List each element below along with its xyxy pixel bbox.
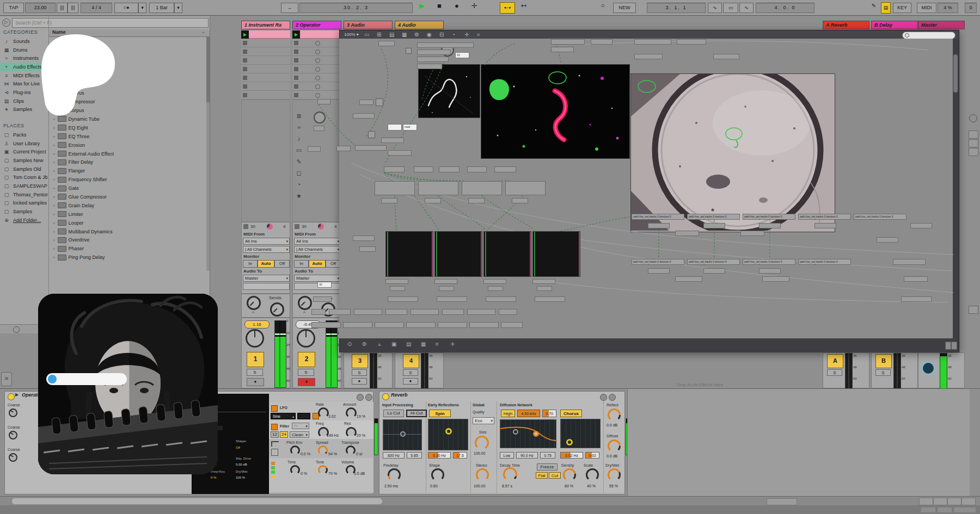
device-list-item[interactable]: ▹Phaser bbox=[49, 244, 206, 253]
overdub-button[interactable]: ✛ bbox=[467, 2, 481, 13]
clip-slot[interactable] bbox=[241, 82, 290, 91]
spin-button[interactable]: Spin bbox=[429, 410, 451, 417]
device-list-item[interactable]: ▹External Audio Effect bbox=[49, 150, 206, 158]
decay-knob[interactable] bbox=[503, 467, 517, 481]
value-shape[interactable]: 0.50 bbox=[430, 484, 438, 488]
device-list-item[interactable]: ▹Multiband Dynamics bbox=[49, 227, 206, 236]
clip-stop-button[interactable] bbox=[294, 84, 298, 89]
punch-out-button[interactable]: ∿ bbox=[739, 3, 754, 13]
disclosure-icon[interactable]: ▹ bbox=[53, 160, 56, 164]
patch-object[interactable] bbox=[353, 113, 375, 119]
comment-icon[interactable]: ▤ bbox=[406, 341, 411, 347]
solo-button[interactable]: S bbox=[247, 369, 263, 376]
tempo-field[interactable]: 23.00 bbox=[25, 3, 56, 13]
patch-object[interactable] bbox=[336, 146, 351, 151]
place-item-samples[interactable]: ▢Samples bbox=[0, 207, 48, 216]
disclosure-icon[interactable]: ▹ bbox=[53, 126, 56, 130]
arm-button[interactable]: ● bbox=[403, 378, 418, 385]
patch-object[interactable]: 33 bbox=[455, 52, 469, 58]
follow-button[interactable]: → bbox=[281, 3, 298, 13]
patch-object[interactable] bbox=[388, 296, 418, 302]
reenable-automation-button[interactable]: ↤ bbox=[517, 2, 530, 13]
presentation-icon[interactable]: ◉ bbox=[427, 32, 432, 38]
monitor-in-button[interactable]: In bbox=[294, 260, 309, 268]
patch-object[interactable] bbox=[467, 166, 487, 172]
monitor-in-button[interactable]: In bbox=[243, 260, 258, 268]
clip-stop-button[interactable] bbox=[294, 58, 298, 63]
patch-object[interactable] bbox=[388, 150, 412, 156]
grid-icon[interactable]: ▦ bbox=[421, 341, 426, 347]
clip-play-button[interactable]: ▶ bbox=[241, 30, 249, 39]
patch-object[interactable] bbox=[359, 246, 376, 252]
midi-channel-menu[interactable]: | All Channels▾ bbox=[243, 246, 290, 253]
max-search-box[interactable] bbox=[902, 32, 955, 39]
send-a-knob[interactable] bbox=[247, 296, 261, 310]
disclosure-icon[interactable]: ▹ bbox=[53, 195, 56, 199]
patch-object[interactable] bbox=[313, 296, 332, 302]
computer-midi-keyboard-button[interactable]: ▤ bbox=[881, 2, 891, 14]
shape-knob[interactable] bbox=[431, 468, 444, 481]
track-header-1[interactable]: 1 Instrument Ra bbox=[241, 21, 290, 29]
save-preset-icon[interactable] bbox=[365, 394, 372, 401]
filter-shape-menu[interactable]: ◠▾ bbox=[292, 423, 309, 429]
save-preset-icon[interactable] bbox=[609, 394, 616, 401]
chorus-dot[interactable] bbox=[566, 439, 573, 445]
value-rate[interactable]: 3.02 bbox=[328, 414, 336, 418]
device-list-item[interactable]: ▹Flanger bbox=[49, 166, 206, 175]
automation-arm-button[interactable]: ●–● bbox=[500, 2, 515, 14]
patch-toggle[interactable] bbox=[376, 98, 383, 106]
solo-button[interactable]: S bbox=[875, 369, 891, 376]
device-on-led[interactable] bbox=[382, 393, 389, 400]
monitor-off-button[interactable]: Off bbox=[274, 260, 290, 268]
patch-object[interactable] bbox=[759, 223, 781, 228]
hot-swap-icon[interactable] bbox=[600, 394, 607, 401]
value-predelay[interactable]: 2.50 ms bbox=[384, 484, 398, 488]
patch-object[interactable] bbox=[378, 41, 395, 46]
device-fold-icon[interactable]: ▶ bbox=[15, 392, 19, 397]
clip-stop-button[interactable] bbox=[243, 49, 247, 54]
audio-to-menu[interactable]: Master▾ bbox=[243, 275, 290, 282]
max-corner-button[interactable] bbox=[945, 342, 951, 350]
capture-midi-button[interactable]: ○ bbox=[597, 2, 609, 13]
patch-object[interactable] bbox=[417, 42, 474, 48]
stop-button[interactable]: ■ bbox=[432, 2, 446, 13]
rail-box[interactable] bbox=[969, 306, 978, 314]
transpose-knob[interactable] bbox=[346, 445, 356, 455]
patch-object[interactable] bbox=[759, 268, 781, 274]
timing-icon[interactable]: ◔ bbox=[295, 179, 303, 190]
clip-stop-all[interactable] bbox=[243, 224, 248, 229]
clip-slot[interactable] bbox=[292, 82, 341, 91]
freeze-button[interactable]: Freeze bbox=[537, 463, 558, 470]
time-knob[interactable] bbox=[290, 465, 300, 475]
clip-cell[interactable] bbox=[249, 30, 290, 39]
patch-object[interactable] bbox=[388, 124, 402, 131]
quality-menu[interactable]: Eco▾ bbox=[473, 417, 494, 424]
patch-toggle[interactable] bbox=[368, 131, 375, 138]
patch-object[interactable] bbox=[438, 322, 467, 328]
solo-button[interactable]: S bbox=[827, 369, 842, 376]
input-xy-display[interactable] bbox=[383, 419, 422, 450]
patch-object[interactable] bbox=[385, 279, 408, 284]
rate-knob[interactable] bbox=[318, 407, 329, 418]
clip-stop-button[interactable] bbox=[243, 67, 247, 71]
stereo-knob[interactable] bbox=[476, 468, 489, 481]
info-icon[interactable] bbox=[13, 326, 20, 333]
clip-slot[interactable] bbox=[292, 56, 341, 65]
monitor-auto-button[interactable]: Auto bbox=[309, 260, 326, 268]
patch-object[interactable] bbox=[417, 49, 451, 55]
patch-object[interactable] bbox=[877, 237, 898, 243]
max-zoom-menu[interactable]: 100% ▾ bbox=[344, 32, 359, 37]
solo-button[interactable]: S bbox=[403, 369, 418, 376]
browser-scrollbar[interactable] bbox=[206, 37, 210, 271]
input-q-value[interactable]: 5.85 bbox=[407, 452, 422, 459]
live-path-object[interactable]: path live_set tracks 0 devices 0 paramet… bbox=[687, 214, 740, 220]
diffusion-dot-gray[interactable] bbox=[513, 429, 518, 435]
patch-object[interactable] bbox=[462, 181, 502, 195]
patch-object[interactable] bbox=[483, 279, 506, 284]
patch-object[interactable] bbox=[375, 322, 404, 328]
patch-object[interactable] bbox=[314, 126, 324, 131]
disclosure-icon[interactable]: ▹ bbox=[53, 152, 56, 156]
place-item-samples-new[interactable]: ▢Samples New bbox=[0, 156, 48, 165]
patch-object[interactable] bbox=[353, 236, 375, 241]
disclosure-icon[interactable]: ▹ bbox=[53, 143, 56, 147]
